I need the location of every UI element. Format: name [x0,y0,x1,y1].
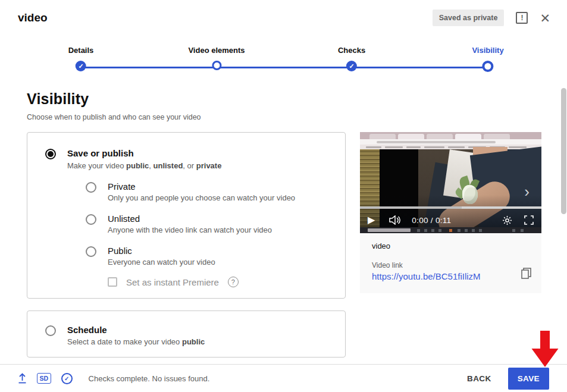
schedule-group: Schedule Select a date to make your vide… [27,311,346,357]
video-frame-address-bar [360,139,541,145]
radio-schedule[interactable] [45,325,56,336]
close-icon[interactable]: ✕ [540,12,550,24]
help-icon[interactable]: ? [228,277,239,287]
back-button[interactable]: BACK [463,368,495,389]
step-check-icon: ✓ [76,61,86,71]
player-progress-bar[interactable] [360,206,541,209]
checks-complete-icon: ✓ [61,373,73,384]
video-preview-panel: › ▶ 0:00 / 0:11 video Video link [360,132,541,293]
premiere-checkbox[interactable] [108,277,117,287]
step-check-icon: ✓ [346,61,357,71]
saved-status-badge: Saved as private [433,10,505,26]
option-desc: Make your video public, unlisted, or pri… [67,161,295,170]
video-frame-taskbar [360,227,541,233]
dialog-footer: SD ✓ Checks complete. No issues found. B… [0,364,567,392]
radio-public[interactable] [86,246,96,257]
option-label: Unlisted [108,214,272,224]
option-public: Public Everyone can watch your video Set… [86,246,295,287]
page-title: Visibility [27,90,201,108]
page-subtitle: Choose when to publish and who can see y… [27,113,201,121]
option-private: Private Only you and people you choose c… [86,181,295,202]
copy-icon[interactable] [521,268,531,282]
option-label: Private [108,181,295,192]
radio-save-or-publish[interactable] [45,149,56,159]
option-desc: Anyone with the video link can watch you… [108,225,272,234]
premiere-label: Set as instant Premiere [126,277,219,287]
step-circle-icon [482,61,493,72]
settings-gear-icon[interactable] [502,215,512,225]
time-display: 0:00 / 0:11 [412,216,451,225]
option-label: Public [108,246,239,256]
upload-stepper: Details ✓ Video elements Checks ✓ Visibi… [0,43,567,79]
volume-icon[interactable] [389,215,400,225]
option-desc: Everyone can watch your video [108,258,239,266]
radio-unlisted[interactable] [86,214,96,225]
stepper-line [81,67,488,68]
step-checks[interactable]: Checks ✓ [338,46,365,71]
option-label: Schedule [67,325,205,335]
step-visibility[interactable]: Visibility [472,46,503,72]
video-info-panel: video Video link https://youtu.be/BC51fi… [360,233,541,293]
option-label: Save or publish [67,148,295,158]
video-filename: video [372,242,530,250]
video-player: › ▶ 0:00 / 0:11 [360,132,541,233]
option-desc: Select a date to make your video public [67,337,205,346]
player-controls: ▶ 0:00 / 0:11 [360,212,541,228]
video-frame-browser-tabs [360,132,541,139]
step-circle-icon [212,61,221,70]
save-button[interactable]: SAVE [508,368,549,390]
option-unlisted: Unlisted Anyone with the video link can … [86,214,295,234]
step-video-elements[interactable]: Video elements [188,46,245,70]
checks-status-text: Checks complete. No issues found. [89,374,210,383]
dialog-header: video Saved as private ! ✕ [0,0,567,36]
video-frame-bookmarks-bar [360,145,541,149]
sd-quality-badge: SD [37,373,51,384]
save-or-publish-group: Save or publish Make your video public, … [27,132,346,299]
video-link-url[interactable]: https://youtu.be/BC51fiIlizM [372,271,481,281]
step-details[interactable]: Details ✓ [68,46,94,71]
scrollbar-thumb[interactable] [561,88,566,214]
play-icon[interactable]: ▶ [368,215,375,225]
fullscreen-icon[interactable] [524,215,534,225]
dialog-title: video [18,11,48,24]
option-desc: Only you and people you choose can watch… [108,193,295,202]
upload-icon [18,373,27,384]
feedback-icon[interactable]: ! [516,12,528,24]
video-link-label: Video link [372,261,530,269]
radio-private[interactable] [86,182,96,193]
